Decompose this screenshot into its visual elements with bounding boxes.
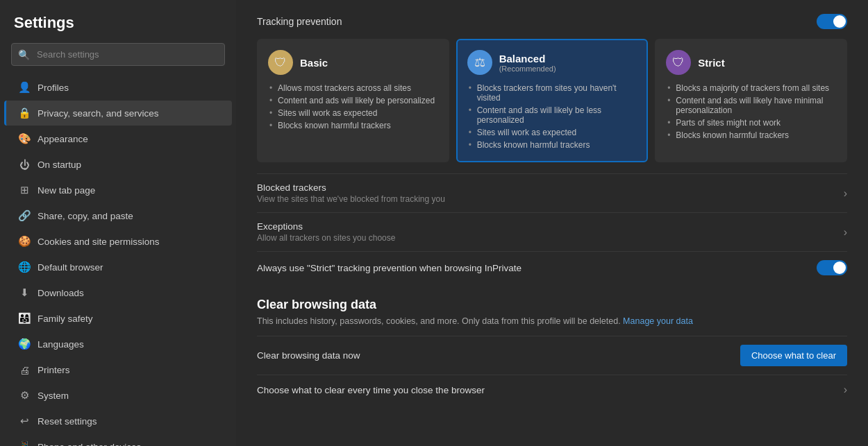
- blocked-trackers-item[interactable]: Blocked trackers View the sites that we'…: [257, 173, 847, 212]
- sidebar: Settings 🔍 👤 Profiles 🔒 Privacy, search,…: [0, 0, 236, 446]
- nav-icon-default-browser: 🌐: [18, 261, 31, 273]
- nav-label-profiles: Profiles: [37, 83, 69, 93]
- card-name-strict: Strict: [698, 57, 724, 69]
- card-icon-basic: 🛡: [268, 50, 293, 75]
- nav-icon-cookies: 🍪: [18, 235, 31, 248]
- nav-icon-share-copy: 🔗: [18, 209, 31, 222]
- tracking-toggle[interactable]: [817, 14, 847, 29]
- exceptions-subtitle: Allow all trackers on sites you choose: [257, 233, 395, 243]
- nav-label-privacy: Privacy, search, and services: [37, 108, 159, 119]
- sidebar-item-appearance[interactable]: 🎨 Appearance: [4, 126, 232, 151]
- sidebar-item-default-browser[interactable]: 🌐 Default browser: [4, 255, 232, 280]
- nav-icon-downloads: ⬇: [18, 286, 31, 299]
- sidebar-item-share-copy[interactable]: 🔗 Share, copy, and paste: [4, 203, 232, 228]
- always-strict-item[interactable]: Always use "Strict" tracking prevention …: [257, 251, 847, 284]
- nav-label-default-browser: Default browser: [37, 262, 103, 273]
- manage-data-link[interactable]: Manage your data: [623, 316, 693, 326]
- clear-browsing-desc: This includes history, passwords, cookie…: [257, 316, 847, 326]
- card-bullets-balanced: Blocks trackers from sites you haven't v…: [467, 82, 637, 151]
- nav-icon-on-startup: ⏻: [18, 158, 31, 171]
- sidebar-nav: 👤 Profiles 🔒 Privacy, search, and servic…: [0, 74, 236, 446]
- sidebar-item-profiles[interactable]: 👤 Profiles: [4, 75, 232, 100]
- choose-close-row[interactable]: Choose what to clear every time you clos…: [257, 375, 847, 404]
- clear-browsing-section: Clear browsing data This includes histor…: [257, 298, 847, 326]
- settings-title: Settings: [0, 14, 236, 43]
- card-name-balanced: Balanced: [499, 53, 556, 65]
- clear-now-label: Clear browsing data now: [257, 350, 360, 361]
- card-bullets-strict: Blocks a majority of trackers from all s…: [666, 82, 836, 141]
- nav-icon-languages: 🌍: [18, 338, 31, 350]
- tracking-prevention-title: Tracking prevention: [257, 16, 342, 27]
- nav-label-downloads: Downloads: [37, 288, 84, 298]
- nav-icon-new-tab: ⊞: [18, 184, 31, 196]
- nav-label-phone: Phone and other devices: [37, 442, 141, 447]
- tracking-card-strict[interactable]: 🛡 Strict Blocks a majority of trackers f…: [655, 39, 847, 162]
- nav-icon-reset: ↩: [18, 415, 31, 427]
- blocked-trackers-subtitle: View the sites that we've blocked from t…: [257, 194, 445, 204]
- nav-icon-printers: 🖨: [18, 363, 31, 376]
- nav-label-cookies: Cookies and site permissions: [37, 237, 160, 247]
- tracking-card-basic[interactable]: 🛡 Basic Allows most trackers across all …: [257, 39, 449, 162]
- chevron-right-icon: ›: [844, 187, 847, 200]
- clear-browsing-heading: Clear browsing data: [257, 298, 847, 312]
- nav-icon-privacy: 🔒: [18, 107, 31, 119]
- sidebar-item-on-startup[interactable]: ⏻ On startup: [4, 152, 232, 177]
- main-content: Tracking prevention 🛡 Basic Allows most …: [236, 0, 868, 446]
- chevron-right-icon: ›: [844, 384, 847, 396]
- nav-icon-profiles: 👤: [18, 81, 31, 94]
- sidebar-item-phone[interactable]: 📱 Phone and other devices: [4, 434, 232, 446]
- exceptions-item[interactable]: Exceptions Allow all trackers on sites y…: [257, 212, 847, 251]
- nav-label-reset: Reset settings: [37, 416, 97, 427]
- card-icon-strict: 🛡: [666, 50, 691, 75]
- search-input[interactable]: [11, 43, 225, 66]
- sidebar-item-privacy[interactable]: 🔒 Privacy, search, and services: [4, 101, 232, 126]
- nav-icon-phone: 📱: [18, 440, 31, 446]
- nav-label-on-startup: On startup: [37, 160, 81, 170]
- sidebar-item-reset[interactable]: ↩ Reset settings: [4, 409, 232, 434]
- always-strict-label: Always use "Strict" tracking prevention …: [257, 263, 521, 273]
- card-bullets-basic: Allows most trackers across all sitesCon…: [268, 82, 438, 132]
- card-icon-balanced: ⚖: [467, 50, 492, 75]
- search-icon: 🔍: [18, 49, 30, 60]
- choose-close-label: Choose what to clear every time you clos…: [257, 385, 485, 395]
- chevron-right-icon: ›: [844, 226, 847, 239]
- search-box[interactable]: 🔍: [11, 43, 225, 66]
- card-name-basic: Basic: [300, 57, 328, 69]
- sidebar-item-languages[interactable]: 🌍 Languages: [4, 332, 232, 357]
- sidebar-item-downloads[interactable]: ⬇ Downloads: [4, 280, 232, 305]
- tracking-card-balanced[interactable]: ⚖ Balanced (Recommended) Blocks trackers…: [456, 39, 649, 162]
- tracking-prevention-header: Tracking prevention: [257, 14, 847, 29]
- choose-clear-button[interactable]: Choose what to clear: [740, 345, 847, 366]
- sidebar-item-new-tab[interactable]: ⊞ New tab page: [4, 178, 232, 203]
- nav-label-new-tab: New tab page: [37, 185, 95, 196]
- sidebar-item-system[interactable]: ⚙ System: [4, 383, 232, 408]
- sidebar-item-cookies[interactable]: 🍪 Cookies and site permissions: [4, 229, 232, 254]
- nav-icon-system: ⚙: [18, 389, 31, 402]
- clear-now-row: Clear browsing data now Choose what to c…: [257, 336, 847, 375]
- sidebar-item-printers[interactable]: 🖨 Printers: [4, 357, 232, 382]
- tracking-cards-row: 🛡 Basic Allows most trackers across all …: [257, 39, 847, 162]
- nav-label-printers: Printers: [37, 365, 70, 375]
- exceptions-title: Exceptions: [257, 221, 395, 232]
- nav-label-share-copy: Share, copy, and paste: [37, 211, 133, 221]
- blocked-trackers-title: Blocked trackers: [257, 182, 445, 193]
- nav-label-system: System: [37, 391, 69, 401]
- nav-icon-family-safety: 👨‍👩‍👧: [18, 312, 31, 325]
- always-strict-toggle[interactable]: [817, 260, 847, 275]
- nav-icon-appearance: 🎨: [18, 132, 31, 145]
- nav-label-appearance: Appearance: [37, 134, 88, 144]
- nav-label-family-safety: Family safety: [37, 314, 93, 324]
- sidebar-item-family-safety[interactable]: 👨‍👩‍👧 Family safety: [4, 306, 232, 331]
- nav-label-languages: Languages: [37, 339, 84, 350]
